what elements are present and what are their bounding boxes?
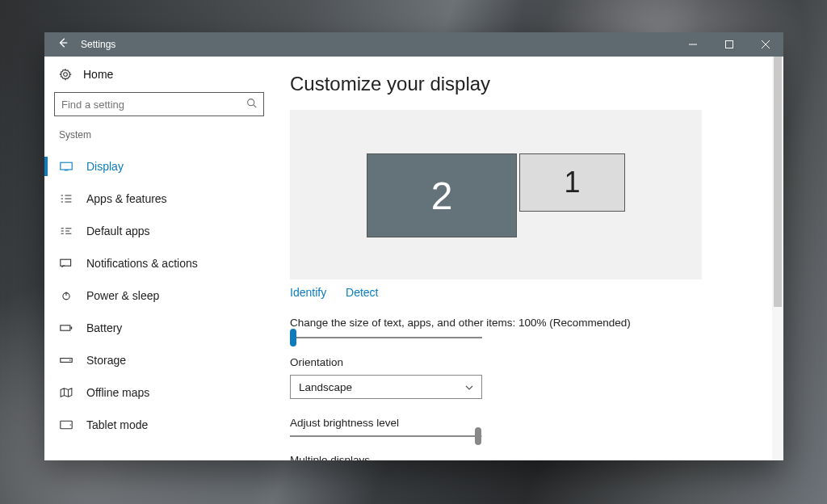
search-icon — [246, 98, 257, 111]
maximize-button[interactable] — [711, 32, 747, 57]
window-titlebar: Settings — [44, 32, 783, 57]
monitor-1[interactable]: 1 — [519, 153, 625, 212]
nav-label: Offline maps — [86, 386, 149, 399]
slider-thumb[interactable] — [475, 427, 481, 445]
monitor-2[interactable]: 2 — [367, 153, 517, 237]
nav-display[interactable]: Display — [44, 150, 274, 183]
nav-label: Storage — [86, 354, 126, 367]
slider-thumb[interactable] — [290, 329, 296, 346]
power-icon — [59, 291, 73, 300]
brightness-slider[interactable] — [290, 435, 482, 437]
nav-notifications[interactable]: Notifications & actions — [44, 247, 274, 279]
nav-tablet-mode[interactable]: Tablet mode — [44, 409, 274, 441]
svg-rect-5 — [61, 326, 70, 330]
map-icon — [59, 388, 73, 397]
close-button[interactable] — [747, 32, 783, 57]
nav-offline-maps[interactable]: Offline maps — [44, 376, 274, 409]
settings-window: Settings Home Sy — [44, 32, 783, 460]
multiple-displays-label: Multiple displays — [290, 453, 764, 460]
battery-icon — [59, 323, 73, 333]
tablet-icon — [59, 420, 73, 430]
display-arrangement[interactable]: 2 1 — [290, 110, 702, 279]
nav-heading: System — [44, 129, 274, 150]
nav-label: Notifications & actions — [86, 257, 198, 270]
search-settings[interactable] — [54, 92, 264, 116]
minimize-button[interactable] — [674, 32, 711, 57]
storage-icon — [59, 355, 73, 365]
nav-list: Display Apps & features Default apps Not… — [44, 150, 274, 441]
search-input[interactable] — [61, 99, 246, 111]
nav-label: Battery — [86, 321, 122, 334]
back-button[interactable] — [44, 32, 81, 57]
nav-battery[interactable]: Battery — [44, 312, 274, 344]
nav-label: Display — [86, 160, 124, 173]
notifications-icon — [59, 258, 73, 268]
list-icon — [59, 194, 73, 204]
nav-power-sleep[interactable]: Power & sleep — [44, 279, 274, 312]
settings-sidebar: Home System Display Apps & features — [44, 57, 274, 460]
orientation-label: Orientation — [290, 356, 764, 368]
vertical-scrollbar[interactable] — [772, 57, 783, 460]
window-title: Settings — [81, 39, 115, 50]
svg-rect-2 — [61, 162, 72, 170]
home-label: Home — [83, 68, 113, 81]
settings-main: Customize your display 2 1 Identify Dete… — [274, 57, 783, 460]
svg-point-8 — [69, 359, 71, 361]
home-button[interactable]: Home — [44, 68, 274, 92]
nav-storage[interactable]: Storage — [44, 344, 274, 376]
page-title: Customize your display — [290, 73, 764, 95]
svg-rect-3 — [61, 259, 71, 266]
svg-point-10 — [70, 424, 71, 425]
nav-label: Default apps — [86, 225, 150, 237]
nav-label: Tablet mode — [86, 418, 148, 431]
orientation-value: Landscape — [299, 381, 352, 393]
chevron-down-icon — [465, 382, 473, 392]
monitor-icon — [59, 162, 73, 171]
gear-icon — [59, 68, 72, 81]
brightness-label: Adjust brightness level — [290, 417, 764, 429]
nav-label: Apps & features — [86, 192, 167, 205]
scrollbar-thumb[interactable] — [774, 57, 782, 307]
nav-label: Power & sleep — [86, 289, 159, 302]
nav-apps-features[interactable]: Apps & features — [44, 183, 274, 215]
svg-rect-0 — [725, 41, 733, 48]
text-scale-label: Change the size of text, apps, and other… — [290, 317, 764, 329]
svg-rect-6 — [71, 326, 73, 329]
identify-link[interactable]: Identify — [290, 286, 326, 299]
display-actions: Identify Detect — [290, 286, 764, 299]
detect-link[interactable]: Detect — [346, 286, 378, 299]
nav-default-apps[interactable]: Default apps — [44, 215, 274, 247]
text-scale-slider[interactable] — [290, 337, 482, 338]
orientation-select[interactable]: Landscape — [290, 375, 482, 399]
svg-point-1 — [248, 99, 254, 106]
defaults-icon — [59, 226, 73, 236]
